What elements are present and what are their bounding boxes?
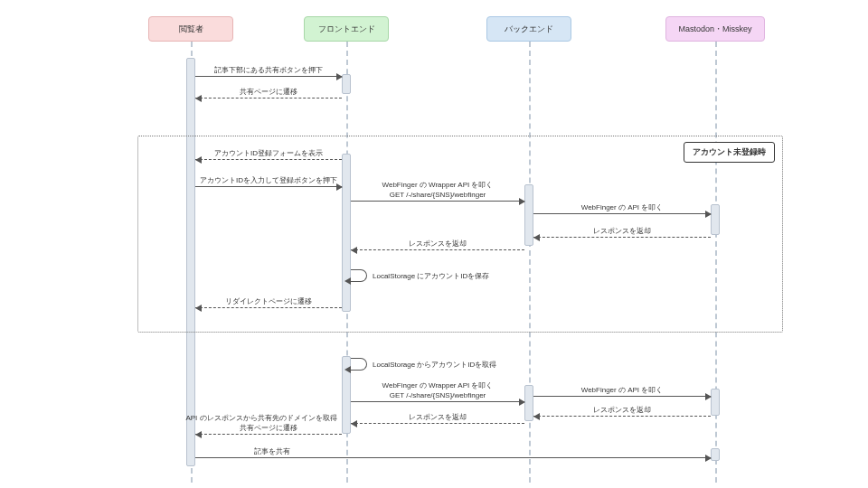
label-m17: 記事を共有 <box>195 446 349 456</box>
label-m16b: 共有ページに遷移 <box>195 423 342 433</box>
arrow-m5 <box>351 201 524 202</box>
actor-backend: バックエンド <box>486 16 571 42</box>
self-loop-m9 <box>351 269 367 282</box>
arrow-m13 <box>533 396 711 397</box>
label-m14: レスポンスを返却 <box>533 405 711 415</box>
label-m2: 共有ページに遷移 <box>195 87 342 97</box>
arrow-m14 <box>533 416 711 417</box>
label-m6: WebFinger の API を叩く <box>533 202 711 212</box>
label-m13: WebFinger の API を叩く <box>533 385 711 395</box>
label-m16a: API のレスポンスから共有先のドメインを取得 <box>181 413 342 423</box>
arrow-m10 <box>195 307 342 308</box>
self-loop-m11 <box>351 358 367 371</box>
label-m5a: WebFinger の Wrapper API を叩く <box>351 180 524 190</box>
label-m12b: GET /-/share/{SNS}/webfinger <box>351 390 524 400</box>
label-m11: LocalStorage からアカウントIDを取得 <box>373 360 496 370</box>
label-m5b: GET /-/share/{SNS}/webfinger <box>351 190 524 200</box>
label-m9: LocalStorage にアカウントIDを保存 <box>373 271 489 281</box>
actor-label: フロントエンド <box>318 23 375 35</box>
label-m12a: WebFinger の Wrapper API を叩く <box>351 380 524 390</box>
arrow-m12 <box>351 401 524 402</box>
arrow-m1 <box>195 76 342 77</box>
label-m3: アカウントID登録フォームを表示 <box>195 148 342 158</box>
label-m10: リダイレクトページに遷移 <box>195 296 342 306</box>
activation-server-3 <box>711 448 720 461</box>
arrow-m2 <box>195 98 342 99</box>
actor-label: バックエンド <box>505 23 553 35</box>
arrow-m4 <box>195 186 342 187</box>
arrow-m3 <box>195 159 342 160</box>
actor-label: 閲覧者 <box>179 23 203 35</box>
actor-viewer: 閲覧者 <box>148 16 233 42</box>
sequence-diagram: 閲覧者 フロントエンド バックエンド Mastodon・Misskey アカウン… <box>0 0 868 488</box>
label-m8: レスポンスを返却 <box>351 239 524 249</box>
activation-frontend-1 <box>342 74 351 94</box>
label-m1: 記事下部にある共有ボタンを押下 <box>195 65 342 75</box>
arrow-m15 <box>351 423 524 424</box>
actor-label: Mastodon・Misskey <box>678 23 751 35</box>
arrow-m17 <box>195 457 711 458</box>
arrow-m8 <box>351 249 524 250</box>
activation-backend-2 <box>524 385 533 421</box>
label-m7: レスポンスを返却 <box>533 226 711 236</box>
activation-server-2 <box>711 389 720 416</box>
label-m4: アカウントIDを入力して登録ボタンを押下 <box>195 175 342 185</box>
arrow-m7 <box>533 237 711 238</box>
actor-frontend: フロントエンド <box>304 16 389 42</box>
opt-frame-title: アカウント未登録時 <box>684 142 775 163</box>
arrow-m6 <box>533 213 711 214</box>
label-m15: レスポンスを返却 <box>351 412 524 422</box>
actor-server: Mastodon・Misskey <box>665 16 765 42</box>
arrow-m16 <box>195 434 342 435</box>
